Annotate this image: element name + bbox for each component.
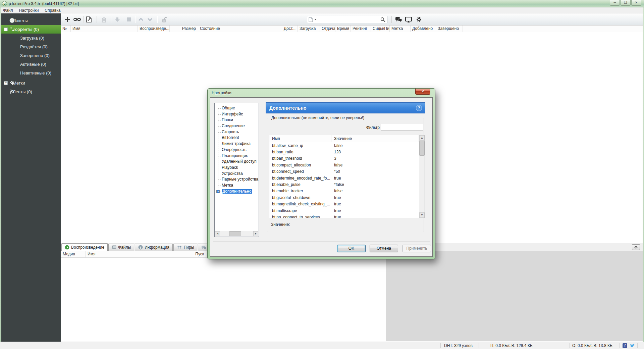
- tree-item-bittorrent[interactable]: BitTorrent: [215, 135, 259, 141]
- column-playback[interactable]: Воспроизведе...: [138, 26, 170, 32]
- column-label[interactable]: Метка: [390, 26, 411, 32]
- stop-icon[interactable]: [125, 16, 133, 23]
- start-icon[interactable]: [113, 16, 121, 23]
- table-row[interactable]: bt.ban_ratio128: [269, 149, 425, 155]
- queue-up-icon[interactable]: [137, 16, 145, 23]
- tree-expand-icon[interactable]: +: [216, 190, 220, 193]
- sidebar-item-inactive[interactable]: Неактивные (0): [1, 68, 61, 77]
- tree-item-playback[interactable]: Playback: [215, 165, 259, 171]
- sidebar-item-labels[interactable]: + Метки: [1, 79, 61, 87]
- detail-list[interactable]: [61, 258, 386, 341]
- table-row[interactable]: bt.determine_encoded_rate_fo...true: [269, 175, 425, 181]
- column-number[interactable]: №: [61, 26, 71, 32]
- sidebar-item-torrents[interactable]: − Торренты (0): [1, 25, 61, 34]
- column-name[interactable]: Имя: [71, 26, 138, 32]
- menu-settings[interactable]: Настройки: [16, 8, 42, 13]
- table-row[interactable]: bt.connect_speed*50: [269, 168, 425, 175]
- table-row[interactable]: bt.enable_trackerfalse: [269, 188, 425, 194]
- table-row[interactable]: bt.no_connect_to_servicestrue: [269, 214, 425, 218]
- column-completed[interactable]: Завершено: [436, 26, 463, 32]
- chat-icon[interactable]: [394, 16, 402, 23]
- tree-item-paired[interactable]: Парные устройства: [215, 177, 259, 183]
- menu-help[interactable]: Справка: [42, 8, 63, 13]
- table-row[interactable]: bt.ban_threshold3: [269, 155, 425, 162]
- unlock-icon[interactable]: [160, 16, 168, 23]
- menu-file[interactable]: Файл: [0, 8, 16, 13]
- tree-item-label[interactable]: Метка: [215, 183, 259, 189]
- sidebar-item-seeding[interactable]: Раздаётся (0): [1, 42, 61, 51]
- column-added[interactable]: Добавлено: [411, 26, 436, 32]
- scrollbar-thumb[interactable]: [419, 141, 425, 156]
- column-seeds-peers[interactable]: Сиды/Пиры: [371, 26, 390, 32]
- column-download[interactable]: Загрузка: [298, 26, 320, 32]
- remote-devices-icon[interactable]: [405, 16, 413, 23]
- tab-peers[interactable]: Пиры: [173, 244, 198, 251]
- expand-box-icon[interactable]: +: [4, 81, 8, 85]
- collapse-box-icon[interactable]: −: [4, 28, 8, 31]
- twitter-icon[interactable]: [630, 343, 635, 348]
- tree-item-devices[interactable]: Устройства: [215, 171, 259, 177]
- queue-down-icon[interactable]: [146, 16, 154, 23]
- filter-input[interactable]: [381, 124, 423, 131]
- tab-playback[interactable]: Воспроизведение: [61, 243, 108, 251]
- sidebar-item-feeds[interactable]: Ленты (0): [1, 87, 61, 96]
- tab-files[interactable]: Файлы: [108, 244, 134, 251]
- tree-item-transfer-cap[interactable]: Лимит трафика: [215, 141, 259, 147]
- column-rating[interactable]: Рейтинг: [351, 26, 371, 32]
- tree-horizontal-scrollbar[interactable]: ◄ ►: [215, 231, 258, 236]
- settings-gear-icon[interactable]: [415, 16, 423, 23]
- tree-item-advanced[interactable]: + Дополнительно: [215, 189, 259, 195]
- column-eta[interactable]: Время: [335, 26, 351, 32]
- table-row[interactable]: bt.graceful_shutdowntrue: [269, 194, 425, 201]
- column-done[interactable]: Дост...: [282, 26, 298, 32]
- tree-item-general[interactable]: Общие: [215, 105, 259, 111]
- search-icon[interactable]: [379, 17, 387, 22]
- column-start[interactable]: Пуск: [186, 251, 207, 257]
- table-row[interactable]: bt.enable_pulse*false: [269, 181, 425, 188]
- close-button[interactable]: ✕: [631, 0, 641, 6]
- table-row[interactable]: bt.multiscrapetrue: [269, 207, 425, 214]
- scroll-left-icon[interactable]: ◄: [215, 231, 220, 236]
- add-torrent-icon[interactable]: [63, 16, 71, 23]
- create-torrent-icon[interactable]: [85, 16, 93, 23]
- cancel-button[interactable]: Отмена: [370, 245, 398, 252]
- advanced-table-scrollbar[interactable]: ▲ ▼: [419, 135, 425, 218]
- collapse-detail-button[interactable]: [632, 244, 640, 250]
- search-scope-document-icon[interactable]: [307, 17, 318, 22]
- table-row[interactable]: bt.compact_allocationfalse: [269, 162, 425, 168]
- column-media[interactable]: Медиа: [61, 251, 86, 257]
- facebook-icon[interactable]: f: [623, 343, 627, 348]
- add-from-link-icon[interactable]: [73, 16, 81, 23]
- column-status[interactable]: Состояние: [198, 26, 282, 32]
- tree-item-speed[interactable]: Скорость: [215, 129, 259, 135]
- scroll-right-icon[interactable]: ►: [253, 231, 258, 236]
- sidebar-item-completed[interactable]: Завершено (0): [1, 51, 61, 60]
- column-value[interactable]: Значение: [331, 135, 396, 142]
- table-row[interactable]: bt.magnetlink_check_existing_...true: [269, 201, 425, 207]
- scroll-up-icon[interactable]: ▲: [419, 135, 425, 141]
- minimize-button[interactable]: ─: [610, 0, 620, 6]
- tree-item-queueing[interactable]: Очерёдность: [215, 147, 259, 153]
- remove-icon[interactable]: [100, 16, 108, 23]
- help-icon[interactable]: ?: [416, 105, 422, 111]
- sidebar-item-downloading[interactable]: Загрузка (0): [1, 34, 61, 42]
- tree-item-ui[interactable]: Интерфейс: [215, 111, 259, 117]
- apply-button[interactable]: Применить: [402, 245, 431, 252]
- search-input[interactable]: [318, 16, 379, 22]
- maximize-button[interactable]: ❐: [621, 0, 631, 6]
- scroll-down-icon[interactable]: ▼: [419, 212, 425, 218]
- sidebar-item-active[interactable]: Активные (0): [1, 60, 61, 68]
- tree-item-folders[interactable]: Папки: [215, 117, 259, 123]
- tree-item-remote[interactable]: Удалённый доступ: [215, 159, 259, 165]
- scrollbar-thumb[interactable]: [229, 231, 241, 236]
- dialog-close-button[interactable]: ✕: [415, 89, 430, 95]
- table-row[interactable]: bt.allow_same_ipfalse: [269, 142, 425, 149]
- column-size[interactable]: Размер: [170, 26, 198, 32]
- sidebar-item-packages[interactable]: Пакеты: [1, 16, 61, 25]
- column-name[interactable]: Имя: [86, 251, 186, 257]
- column-upload[interactable]: Отдача: [320, 26, 335, 32]
- ok-button[interactable]: OK: [337, 245, 366, 252]
- tab-info[interactable]: i Информация: [135, 244, 172, 251]
- column-name[interactable]: Имя: [269, 135, 331, 142]
- tree-item-scheduler[interactable]: Планировщик: [215, 153, 259, 159]
